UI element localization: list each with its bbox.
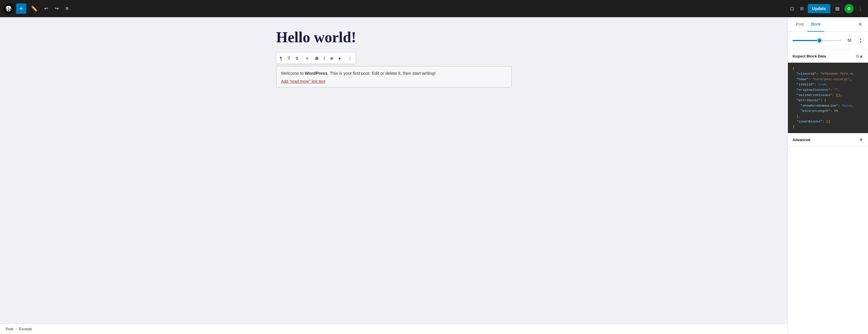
editor-area: Hello world! ¶ ⠿ ⇅ ≡ B I ⊕ ▾ ⋮ [0, 17, 787, 334]
excerpt-brand: WordPress [305, 71, 328, 76]
block-toolbar: ¶ ⠿ ⇅ ≡ B I ⊕ ▾ ⋮ [276, 53, 355, 64]
top-toolbar: + ✏️ ↩ ↪ ≡ ⊡ ⊞ Update ▤ G ⋮ [0, 0, 868, 17]
toolbar-divider-2 [312, 55, 312, 62]
update-button[interactable]: Update [808, 4, 830, 13]
slider-down-arrow[interactable]: ▼ [858, 40, 863, 44]
excerpt-length-slider[interactable] [793, 40, 842, 41]
preview-responsive-button[interactable]: ⊡ [788, 4, 796, 13]
wp-logo [3, 3, 14, 14]
editor-canvas: Hello world! ¶ ⠿ ⇅ ≡ B I ⊕ ▾ ⋮ [0, 17, 787, 334]
bold-button[interactable]: B [313, 54, 321, 62]
main-layout: Hello world! ¶ ⠿ ⇅ ≡ B I ⊕ ▾ ⋮ [0, 17, 868, 334]
move-up-down-button[interactable]: ⇅ [293, 54, 301, 62]
advanced-section: Advanced ▼ [788, 133, 868, 147]
sidebar: Post Block ✕ ▲ ▼ [787, 17, 868, 334]
redo-button[interactable]: ↪ [53, 3, 61, 13]
slider-fill [793, 40, 819, 41]
wp-logo-icon [6, 6, 11, 11]
slider-thumb[interactable] [817, 38, 822, 43]
slider-row: ▲ ▼ [793, 36, 863, 45]
sidebar-toggle-button[interactable]: ▤ [833, 4, 842, 13]
breadcrumb-current: Excerpt [19, 327, 32, 331]
inspect-block-data-header[interactable]: Inspect Block Data ⧉ ▲ [788, 50, 868, 63]
breadcrumb-separator: › [16, 327, 17, 331]
inspect-external-icon[interactable]: ⧉ [856, 54, 859, 59]
options-toolbar-button[interactable]: ⋮ [346, 54, 354, 62]
align-button[interactable]: ≡ [304, 54, 311, 62]
excerpt-text: Welcome to WordPress. This is your first… [281, 70, 507, 77]
excerpt-block[interactable]: Welcome to WordPress. This is your first… [276, 66, 512, 87]
toolbar-divider-3 [344, 55, 344, 62]
excerpt-prefix: Welcome to [281, 71, 305, 76]
post-title[interactable]: Hello world! [276, 29, 512, 46]
inspect-block-data-section: Inspect Block Data ⧉ ▲ { "clientId": "9f… [788, 50, 868, 133]
slider-arrows: ▲ ▼ [858, 37, 863, 44]
drag-handle-button[interactable]: ⠿ [285, 54, 292, 62]
inspect-block-data-title: Inspect Block Data [793, 54, 854, 58]
options-button[interactable]: ⋮ [856, 4, 865, 13]
advanced-header[interactable]: Advanced ▼ [788, 133, 868, 147]
sidebar-header: Post Block ✕ [788, 17, 868, 32]
tab-block[interactable]: Block [807, 17, 824, 32]
toolbar-divider-1 [302, 55, 303, 62]
advanced-expand-icon[interactable]: ▼ [859, 137, 863, 143]
sidebar-close-button[interactable]: ✕ [857, 20, 863, 29]
editor-content: Hello world! ¶ ⠿ ⇅ ≡ B I ⊕ ▾ ⋮ [276, 29, 512, 87]
tab-post[interactable]: Post [793, 17, 807, 32]
slider-up-arrow[interactable]: ▲ [858, 37, 863, 40]
paragraph-icon-button[interactable]: ¶ [278, 54, 284, 62]
toolbar-right: ⊡ ⊞ Update ▤ G ⋮ [788, 4, 865, 13]
advanced-title: Advanced [793, 138, 859, 142]
list-view-button[interactable]: ≡ [63, 3, 71, 14]
user-avatar[interactable]: G [844, 4, 854, 13]
slider-section: ▲ ▼ [788, 32, 868, 50]
add-block-button[interactable]: + [16, 3, 26, 14]
tools-button[interactable]: ✏️ [29, 3, 40, 14]
breadcrumb: Post › Excerpt [0, 324, 787, 334]
inspect-collapse-icon[interactable]: ▲ [859, 53, 863, 59]
undo-button[interactable]: ↩ [42, 3, 50, 13]
more-rich-text-button[interactable]: ▾ [336, 54, 343, 62]
breadcrumb-parent[interactable]: Post [6, 327, 13, 331]
view-button[interactable]: ⊞ [798, 4, 805, 13]
json-display: { "clientId": "9f82a69e-fbf4-4c "name": … [788, 63, 868, 133]
read-more-link[interactable]: Add "read more" link text [281, 79, 325, 84]
excerpt-suffix: . This is your first post. Edit or delet… [328, 71, 436, 76]
italic-button[interactable]: I [321, 54, 327, 62]
link-button[interactable]: ⊕ [328, 54, 336, 62]
slider-number-input-wrapper: ▲ ▼ [845, 36, 863, 45]
slider-number-input[interactable] [845, 36, 858, 44]
